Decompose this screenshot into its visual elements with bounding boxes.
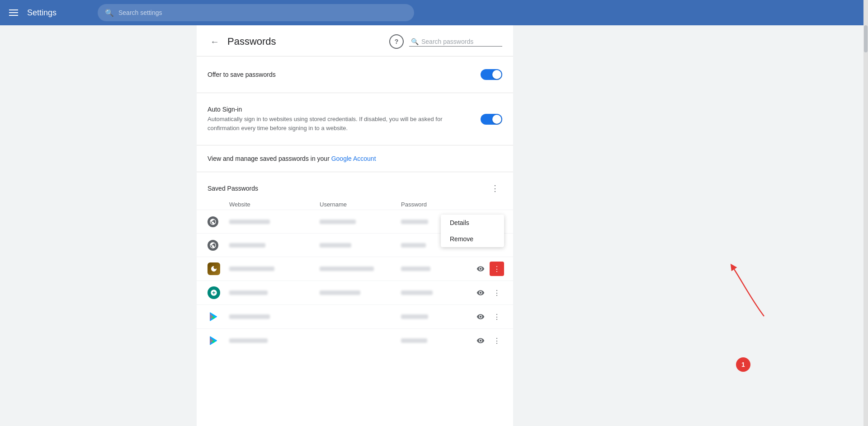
help-icon[interactable]: ? (389, 34, 404, 49)
row-more-button[interactable]: ⋮ (490, 286, 504, 300)
password-value (401, 337, 473, 345)
right-panel (513, 25, 868, 426)
row-actions: ⋮ (473, 333, 504, 348)
col-username: Username (320, 201, 401, 208)
row-actions: ⋮ (473, 309, 504, 324)
site-icon (208, 262, 220, 275)
site-icon (208, 216, 218, 227)
col-website: Website (229, 201, 320, 208)
offer-save-row: Offer to save passwords (208, 66, 502, 84)
search-passwords-box: 🔍 (409, 37, 502, 47)
username-value (320, 289, 401, 297)
row-more-button[interactable]: ⋮ (490, 262, 504, 276)
site-name (229, 337, 320, 345)
offer-save-label: Offer to save passwords (208, 71, 276, 78)
search-passwords-icon: 🔍 (411, 38, 419, 45)
site-icon (208, 334, 220, 347)
topbar-search-icon: 🔍 (105, 9, 114, 17)
auto-signin-label: Auto Sign-in (208, 106, 443, 113)
col-password: Password (401, 201, 473, 208)
main-content: ← Passwords ? 🔍 Offer to save passwords (0, 25, 868, 426)
google-account-section: View and manage saved passwords in your … (197, 145, 513, 172)
password-value (401, 289, 473, 297)
menu-icon[interactable] (7, 8, 20, 18)
page-header-left: ← Passwords (208, 34, 276, 49)
show-password-button[interactable] (473, 309, 488, 324)
row-actions: ⋮ (473, 262, 504, 276)
search-passwords-input[interactable] (421, 38, 500, 45)
google-account-text: View and manage saved passwords in your (208, 155, 331, 162)
site-icon (208, 310, 220, 323)
page-header: ← Passwords ? 🔍 (197, 25, 513, 56)
show-password-button[interactable] (473, 333, 488, 348)
page-header-right: ? 🔍 (389, 34, 502, 49)
show-password-button[interactable] (473, 286, 488, 300)
auto-signin-toggle[interactable] (481, 114, 502, 125)
site-name (229, 289, 320, 297)
scrollbar[interactable] (863, 0, 868, 426)
site-name (229, 313, 320, 321)
table-row: ⋮ (197, 304, 513, 328)
auto-signin-section: Auto Sign-in Automatically sign in to we… (197, 93, 513, 145)
saved-passwords-menu-button[interactable]: ⋮ (488, 181, 502, 196)
table-row: ⋮ (197, 328, 513, 352)
row-actions: ⋮ (473, 286, 504, 300)
topbar: Settings 🔍 (0, 0, 868, 25)
password-value (401, 265, 473, 273)
site-name (229, 241, 320, 249)
username-value (320, 265, 401, 273)
auto-signin-description: Automatically sign in to websites using … (208, 115, 443, 132)
context-menu: Details Remove (441, 215, 504, 247)
left-panel (0, 25, 197, 426)
table-header: Website Username Password (197, 199, 513, 210)
scrollbar-thumb[interactable] (864, 25, 868, 52)
center-panel: ← Passwords ? 🔍 Offer to save passwords (197, 25, 513, 426)
site-name (229, 265, 320, 273)
table-row: ⋮ 2 (197, 257, 513, 281)
back-button[interactable]: ← (208, 34, 222, 49)
page-title: Passwords (227, 36, 276, 47)
offer-save-toggle[interactable] (481, 69, 502, 80)
details-menu-item[interactable]: Details (441, 215, 504, 231)
table-row: ⋮ (197, 281, 513, 304)
username-value (320, 218, 401, 226)
remove-menu-item[interactable]: Remove (441, 231, 504, 247)
saved-passwords-header: Saved Passwords ⋮ (197, 172, 513, 199)
site-name (229, 218, 320, 226)
topbar-title: Settings (27, 8, 81, 18)
site-icon (208, 286, 220, 299)
topbar-search-box: 🔍 (98, 4, 414, 21)
password-value (401, 313, 473, 321)
google-account-link[interactable]: Google Account (331, 155, 376, 162)
auto-signin-text: Auto Sign-in Automatically sign in to we… (208, 106, 443, 132)
row-more-button[interactable]: ⋮ (490, 309, 504, 324)
saved-passwords-title: Saved Passwords (208, 185, 258, 192)
offer-save-section: Offer to save passwords (197, 56, 513, 93)
table-row: Details Remove (197, 210, 513, 233)
topbar-search-input[interactable] (118, 9, 407, 16)
row-more-button[interactable]: ⋮ (490, 333, 504, 348)
show-password-button[interactable] (473, 262, 488, 276)
site-icon (208, 240, 218, 251)
auto-signin-row: Auto Sign-in Automatically sign in to we… (208, 102, 502, 136)
username-value (320, 241, 401, 249)
